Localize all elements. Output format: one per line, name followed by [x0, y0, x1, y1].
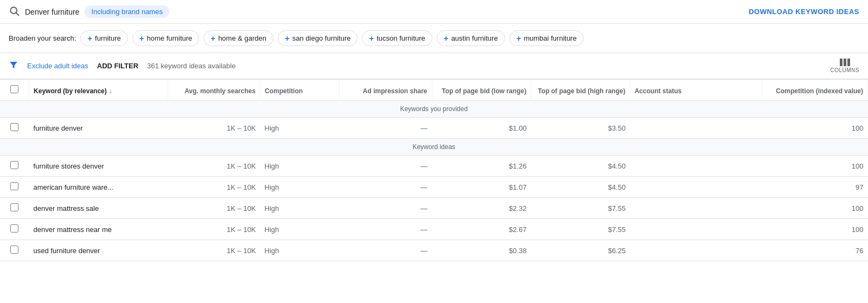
row-keyword[interactable]: used furniture denver — [29, 240, 168, 261]
row-keyword[interactable]: furniture stores denver — [29, 156, 168, 177]
row-avg-monthly: 1K – 10K — [168, 240, 260, 261]
row-keyword[interactable]: furniture denver — [29, 118, 168, 139]
row-account-status — [630, 198, 762, 219]
filter-icon — [9, 60, 18, 72]
row-ad-impression: — — [340, 177, 432, 198]
broaden-chip-tucson[interactable]: + tucson furniture — [362, 30, 432, 46]
row-avg-monthly: 1K – 10K — [168, 219, 260, 240]
row-ad-impression: — — [340, 156, 432, 177]
row-competition: High — [260, 118, 340, 139]
keyword-table: Keyword (by relevance) ↓ Avg. monthly se… — [0, 80, 868, 261]
broaden-chip-mumbai[interactable]: + mumbai furniture — [509, 30, 584, 46]
plus-icon: + — [444, 34, 449, 43]
row-competition-indexed: 100 — [762, 118, 868, 139]
broaden-chip-home-garden[interactable]: + home & garden — [203, 30, 273, 46]
th-competition-indexed[interactable]: Competition (indexed value) — [762, 80, 868, 101]
keyword-table-wrap: Keyword (by relevance) ↓ Avg. monthly se… — [0, 80, 868, 261]
section-row: Keywords you provided — [0, 101, 868, 118]
row-competition: High — [260, 177, 340, 198]
plus-icon: + — [139, 34, 144, 43]
th-bid-high[interactable]: Top of page bid (high range) — [531, 80, 630, 101]
row-competition-indexed: 97 — [762, 177, 868, 198]
broaden-chip-label: mumbai furniture — [524, 34, 577, 42]
broaden-chip-label: home furniture — [147, 34, 193, 42]
columns-button[interactable]: COLUMNS — [830, 59, 859, 73]
search-left: Denver furniture Including brand names — [9, 5, 169, 18]
th-keyword-label: Keyword (by relevance) — [34, 87, 107, 95]
row-competition: High — [260, 219, 340, 240]
row-competition-indexed: 76 — [762, 240, 868, 261]
select-all-checkbox[interactable] — [10, 85, 18, 93]
broaden-chip-austin[interactable]: + austin furniture — [437, 30, 505, 46]
row-competition: High — [260, 198, 340, 219]
th-keyword[interactable]: Keyword (by relevance) ↓ — [29, 80, 168, 101]
exclude-adult-ideas-link[interactable]: Exclude adult ideas — [27, 62, 88, 70]
row-checkbox-cell — [0, 240, 29, 261]
svg-line-1 — [16, 13, 19, 16]
row-account-status — [630, 219, 762, 240]
broaden-chip-home-furniture[interactable]: + home furniture — [132, 30, 200, 46]
row-keyword[interactable]: denver mattress near me — [29, 219, 168, 240]
row-checkbox[interactable] — [10, 182, 18, 190]
row-avg-monthly: 1K – 10K — [168, 118, 260, 139]
broaden-chip-label: tucson furniture — [376, 34, 425, 42]
row-avg-monthly: 1K – 10K — [168, 198, 260, 219]
section-row: Keyword ideas — [0, 139, 868, 156]
broaden-label: Broaden your search: — [9, 34, 76, 42]
col-bar-2 — [844, 59, 846, 66]
row-bid-high: $3.50 — [531, 118, 630, 139]
row-account-status — [630, 177, 762, 198]
row-checkbox-cell — [0, 219, 29, 240]
search-query: Denver furniture — [25, 8, 79, 16]
row-account-status — [630, 156, 762, 177]
row-avg-monthly: 1K – 10K — [168, 177, 260, 198]
table-row: furniture stores denver1K – 10KHigh—$1.2… — [0, 156, 868, 177]
th-avg-monthly[interactable]: Avg. monthly searches — [168, 80, 260, 101]
table-row: denver mattress near me1K – 10KHigh—$2.6… — [0, 219, 868, 240]
broaden-chip-furniture[interactable]: + furniture — [80, 30, 127, 46]
broaden-row: Broaden your search: + furniture + home … — [0, 24, 868, 53]
brand-names-badge: Including brand names — [85, 5, 169, 18]
row-checkbox-cell — [0, 118, 29, 139]
plus-icon: + — [369, 34, 374, 43]
row-competition: High — [260, 240, 340, 261]
row-checkbox[interactable] — [10, 123, 18, 131]
row-checkbox[interactable] — [10, 161, 18, 169]
columns-label: COLUMNS — [830, 67, 859, 73]
th-bid-low[interactable]: Top of page bid (low range) — [432, 80, 531, 101]
plus-icon: + — [87, 34, 92, 43]
download-keyword-ideas-link[interactable]: DOWNLOAD KEYWORD IDEAS — [749, 8, 859, 16]
row-competition-indexed: 100 — [762, 156, 868, 177]
th-competition[interactable]: Competition — [260, 80, 340, 101]
row-account-status — [630, 240, 762, 261]
th-account-status[interactable]: Account status — [630, 80, 762, 101]
row-checkbox[interactable] — [10, 246, 18, 254]
add-filter-button[interactable]: ADD FILTER — [97, 62, 138, 70]
row-checkbox[interactable] — [10, 224, 18, 233]
table-row: furniture denver1K – 10KHigh—$1.00$3.501… — [0, 118, 868, 139]
row-avg-monthly: 1K – 10K — [168, 156, 260, 177]
row-keyword[interactable]: american furniture ware... — [29, 177, 168, 198]
row-bid-low: $2.67 — [432, 219, 531, 240]
broaden-chip-label: furniture — [95, 34, 121, 42]
row-checkbox[interactable] — [10, 203, 18, 211]
row-bid-high: $7.55 — [531, 198, 630, 219]
row-bid-low: $1.26 — [432, 156, 531, 177]
row-checkbox-cell — [0, 198, 29, 219]
search-icon — [9, 5, 20, 18]
th-checkbox — [0, 80, 29, 101]
row-bid-low: $1.00 — [432, 118, 531, 139]
filter-row: Exclude adult ideas ADD FILTER 361 keywo… — [0, 53, 868, 80]
row-bid-low: $2.32 — [432, 198, 531, 219]
row-competition-indexed: 100 — [762, 198, 868, 219]
row-ad-impression: — — [340, 240, 432, 261]
col-bar-3 — [847, 59, 850, 66]
broaden-chip-san-diego[interactable]: + san diego furniture — [278, 30, 358, 46]
row-bid-low: $0.38 — [432, 240, 531, 261]
th-ad-impression[interactable]: Ad impression share — [340, 80, 432, 101]
broaden-chip-label: austin furniture — [451, 34, 498, 42]
row-ad-impression: — — [340, 118, 432, 139]
row-keyword[interactable]: denver mattress sale — [29, 198, 168, 219]
plus-icon: + — [516, 34, 521, 43]
plus-icon: + — [285, 34, 290, 43]
